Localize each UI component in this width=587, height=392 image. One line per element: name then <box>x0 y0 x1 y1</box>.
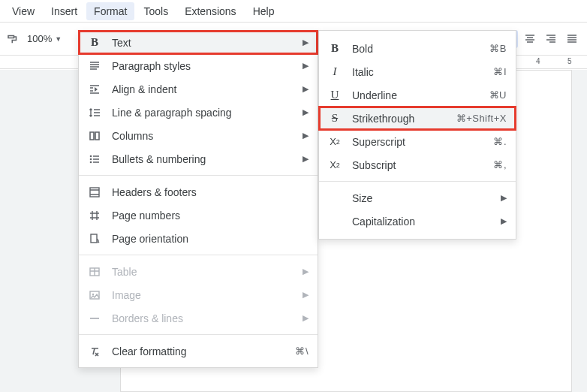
zoom-value: 100% <box>27 33 52 44</box>
columns-icon <box>88 129 101 143</box>
paragraph-styles-icon <box>88 59 101 73</box>
bold-icon: B <box>328 42 342 56</box>
text-underline[interactable]: U Underline ⌘U <box>319 83 516 107</box>
page-numbers-icon <box>88 209 101 222</box>
chevron-down-icon: ▼ <box>55 35 62 43</box>
svg-rect-3 <box>90 188 99 197</box>
align-center-button[interactable] <box>521 30 539 48</box>
borders-icon <box>88 312 101 325</box>
menu-insert[interactable]: Insert <box>44 2 85 20</box>
table-icon <box>88 265 101 279</box>
format-table-label: Table <box>112 266 292 278</box>
format-align-label: Align & indent <box>112 83 292 95</box>
chevron-right-icon: ▶ <box>303 267 309 276</box>
svg-point-2 <box>90 161 92 163</box>
format-orientation-label: Page orientation <box>112 233 309 245</box>
format-linespacing-label: Line & paragraph spacing <box>112 107 292 119</box>
menu-tools[interactable]: Tools <box>136 2 176 20</box>
text-bold[interactable]: B Bold ⌘B <box>319 37 516 60</box>
format-bullets-label: Bullets & numbering <box>112 153 292 165</box>
format-page-orientation[interactable]: Page orientation <box>79 227 318 250</box>
svg-point-7 <box>92 293 94 294</box>
chevron-right-icon: ▶ <box>303 84 309 94</box>
format-borders-label: Borders & lines <box>112 312 292 324</box>
menu-separator <box>79 255 318 255</box>
superscript-icon: X2 <box>328 135 342 149</box>
text-size-label: Size <box>352 192 490 204</box>
align-right-button[interactable] <box>542 30 560 48</box>
svg-rect-4 <box>91 234 97 243</box>
paint-format-icon[interactable] <box>6 32 20 46</box>
menu-view[interactable]: View <box>5 2 42 20</box>
format-page-numbers[interactable]: Page numbers <box>79 204 318 227</box>
menu-separator <box>319 181 516 182</box>
format-clear[interactable]: Clear formatting ⌘\ <box>79 339 318 363</box>
text-size[interactable]: Size ▶ <box>319 186 516 210</box>
italic-icon: I <box>328 65 342 79</box>
chevron-right-icon: ▶ <box>501 216 507 226</box>
menubar: View Insert Format Tools Extensions Help <box>0 0 587 23</box>
bold-icon: B <box>88 36 101 50</box>
svg-point-0 <box>90 155 92 157</box>
text-italic-label: Italic <box>352 66 483 78</box>
text-superscript[interactable]: X2 Superscript ⌘. <box>319 130 516 153</box>
format-pagenumbers-label: Page numbers <box>112 210 309 222</box>
chevron-right-icon: ▶ <box>303 313 309 323</box>
format-table: Table ▶ <box>79 260 318 283</box>
text-italic-shortcut: ⌘I <box>493 66 507 77</box>
chevron-right-icon: ▶ <box>303 38 309 47</box>
format-clear-label: Clear formatting <box>112 345 284 357</box>
text-caps-label: Capitalization <box>352 216 490 228</box>
format-clear-shortcut: ⌘\ <box>295 345 309 357</box>
chevron-right-icon: ▶ <box>303 131 309 140</box>
headers-footers-icon <box>88 185 101 199</box>
chevron-right-icon: ▶ <box>303 290 309 300</box>
text-underline-label: Underline <box>352 89 479 101</box>
zoom-dropdown[interactable]: 100% ▼ <box>27 33 62 44</box>
menu-help[interactable]: Help <box>245 2 282 20</box>
format-paragraph-label: Paragraph styles <box>112 60 292 72</box>
text-italic[interactable]: I Italic ⌘I <box>319 60 516 83</box>
clear-formatting-icon <box>88 345 101 358</box>
image-icon <box>88 288 101 302</box>
menu-extensions[interactable]: Extensions <box>177 2 243 20</box>
svg-point-1 <box>90 158 92 160</box>
format-bullets[interactable]: Bullets & numbering ▶ <box>79 147 318 170</box>
text-strike-shortcut: ⌘+Shift+X <box>456 113 507 124</box>
text-submenu: B Bold ⌘B I Italic ⌘I U Underline ⌘U S S… <box>318 30 516 240</box>
line-spacing-icon <box>88 106 101 119</box>
menu-format[interactable]: Format <box>86 2 134 20</box>
menu-separator <box>79 334 318 335</box>
page-orientation-icon <box>88 232 101 246</box>
text-strikethrough[interactable]: S Strikethrough ⌘+Shift+X <box>319 107 516 130</box>
format-headers-label: Headers & footers <box>112 186 309 198</box>
text-underline-shortcut: ⌘U <box>489 89 507 101</box>
text-subscript[interactable]: X2 Subscript ⌘, <box>319 153 516 176</box>
format-columns[interactable]: Columns ▶ <box>79 124 318 147</box>
align-justify-button[interactable] <box>563 30 581 48</box>
chevron-right-icon: ▶ <box>303 154 309 164</box>
format-headers-footers[interactable]: Headers & footers <box>79 180 318 204</box>
format-columns-label: Columns <box>112 130 292 142</box>
chevron-right-icon: ▶ <box>501 193 507 203</box>
format-text[interactable]: B Text ▶ <box>79 31 318 54</box>
format-image-label: Image <box>112 289 292 301</box>
format-borders-lines: Borders & lines ▶ <box>79 306 318 330</box>
text-capitalization[interactable]: Capitalization ▶ <box>319 210 516 233</box>
chevron-right-icon: ▶ <box>303 61 309 71</box>
chevron-right-icon: ▶ <box>303 107 309 117</box>
format-line-spacing[interactable]: Line & paragraph spacing ▶ <box>79 101 318 124</box>
text-strike-label: Strikethrough <box>352 113 446 125</box>
text-subscript-label: Subscript <box>352 159 483 171</box>
align-indent-icon <box>88 83 101 96</box>
menu-separator <box>79 175 318 176</box>
bullets-icon <box>88 152 101 166</box>
format-paragraph-styles[interactable]: Paragraph styles ▶ <box>79 54 318 77</box>
format-text-label: Text <box>112 37 292 49</box>
text-superscript-label: Superscript <box>352 136 483 148</box>
text-subscript-shortcut: ⌘, <box>493 159 507 170</box>
ruler-tick-5: 5 <box>567 57 572 65</box>
format-align-indent[interactable]: Align & indent ▶ <box>79 77 318 101</box>
format-menu: B Text ▶ Paragraph styles ▶ Align & inde… <box>78 30 318 368</box>
ruler-tick-4: 4 <box>536 57 540 65</box>
